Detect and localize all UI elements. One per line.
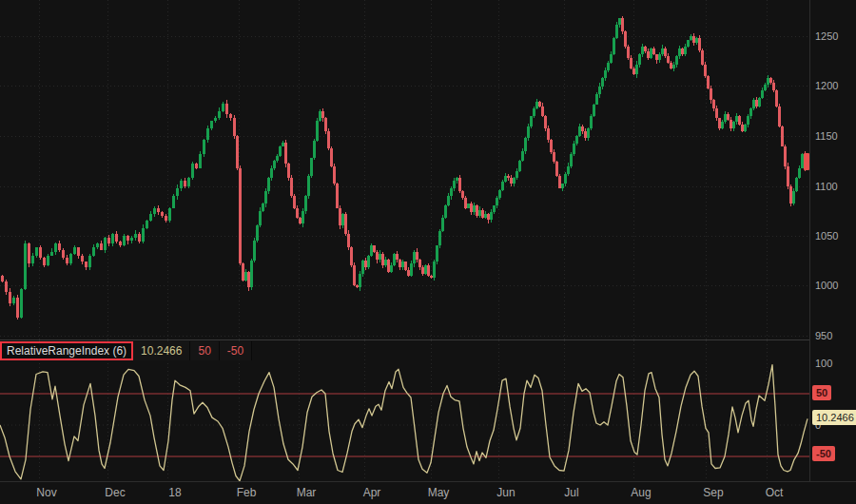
price-axis-label: 1150 [815,129,838,143]
osc-lower-badge: -50 [812,446,835,461]
price-axis-label: 1050 [815,229,838,242]
indicator-axis-label: 100 [815,357,832,370]
price-scale-border [809,0,810,481]
trading-chart-window: 12501200115011001050100095010005010.2466… [0,0,856,504]
indicator-lower-band-value: -50 [220,341,252,360]
time-axis-label: Jun [496,486,515,499]
time-axis-label: Apr [363,486,381,499]
time-axis-label: Sep [703,486,723,499]
indicator-pane[interactable] [0,340,810,481]
indicator-value: 10.2466 [133,341,190,360]
time-axis-label: Mar [297,486,317,499]
pane-separator[interactable] [0,339,810,340]
price-axis-label: 1100 [815,180,838,193]
last-price-marker [804,153,809,170]
time-axis-label: Dec [105,486,125,499]
time-axis-label: Jul [564,486,578,499]
osc-value-badge: 10.2466 [812,410,856,425]
time-axis-label: Nov [36,486,56,499]
price-axis-label: 950 [815,329,832,342]
price-axis-label: 1250 [815,29,838,43]
indicator-legend: RelativeRangeIndex (6) 10.2466 50 -50 [0,341,252,360]
time-axis-label: Aug [631,486,651,499]
price-axis-label: 1000 [815,279,838,292]
time-axis-label: 18 [168,486,181,499]
price-axis-label: 1200 [815,79,838,92]
time-axis-label: Feb [237,486,257,499]
price-pane[interactable] [0,0,810,340]
time-axis-label: May [428,486,450,499]
osc-upper-badge: 50 [812,385,831,400]
indicator-upper-band-value: 50 [190,341,219,360]
time-axis-label: Oct [766,486,784,499]
indicator-title[interactable]: RelativeRangeIndex (6) [0,341,133,360]
time-scale-border [0,481,856,482]
